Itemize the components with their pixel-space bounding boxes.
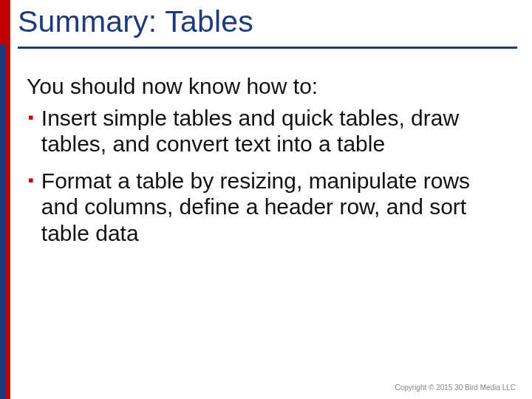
slide-title: Summary: Tables [18, 4, 517, 39]
left-accent-stripe-navy [0, 44, 5, 399]
square-bullet-icon: ▪ [28, 105, 34, 130]
slide-body: You should now know how to: ▪ Insert sim… [27, 74, 510, 256]
square-bullet-icon: ▪ [28, 168, 34, 193]
bullet-item: ▪ Format a table by resizing, manipulate… [27, 168, 510, 246]
bullet-text: Insert simple tables and quick tables, d… [41, 105, 510, 157]
copyright-footer: Copyright © 2015 30 Bird Media LLC [395, 383, 516, 392]
bullet-item: ▪ Insert simple tables and quick tables,… [27, 105, 510, 157]
bullet-text: Format a table by resizing, manipulate r… [41, 168, 510, 246]
slide-title-block: Summary: Tables [18, 4, 517, 49]
intro-text: You should now know how to: [27, 74, 510, 99]
